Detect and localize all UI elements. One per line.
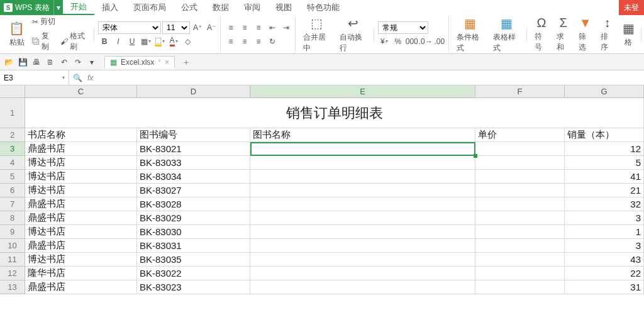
header-bookid[interactable]: 图书编号 [137,128,250,142]
fx-icon[interactable]: fx [87,74,93,82]
menu-tab-0[interactable]: 开始 [63,0,94,15]
fill-handle[interactable] [474,154,477,158]
row-header-3[interactable]: 3 [0,142,25,156]
menu-tab-1[interactable]: 插入 [94,0,126,15]
cell[interactable]: BK-83035 [137,253,250,267]
cell[interactable] [475,170,565,184]
cell[interactable]: 博达书店 [25,156,137,170]
row-header-4[interactable]: 4 [0,156,25,170]
merge-center-button[interactable]: ⬚合并居中 [299,14,335,55]
cell[interactable]: 3 [565,211,644,225]
cell[interactable]: 博达书店 [25,184,137,197]
cell[interactable] [475,156,565,170]
undo-icon[interactable]: ↶ [59,57,69,67]
name-box[interactable]: E3 ▾ [0,70,69,85]
cell[interactable]: 博达书店 [25,170,137,184]
bold-button[interactable]: B [98,35,111,48]
cell[interactable] [475,267,565,280]
align-top-button[interactable]: ≡ [225,21,237,34]
row-header-2[interactable]: 2 [0,128,25,142]
conditional-format-button[interactable]: ▦条件格式 [453,14,488,55]
align-left-button[interactable]: ≡ [225,35,237,48]
cell[interactable]: 鼎盛书店 [25,197,137,211]
select-all-corner[interactable] [0,86,25,97]
font-color-button[interactable]: A▾ [167,35,180,48]
save-icon[interactable]: 💾 [18,57,28,67]
italic-button[interactable]: I [112,35,125,48]
cell[interactable]: 3 [565,239,644,253]
login-badge[interactable]: 未登 [619,0,644,15]
menu-tab-7[interactable]: 特色功能 [299,0,347,15]
cell[interactable] [475,253,565,267]
cell[interactable]: 12 [565,142,644,156]
open-icon[interactable]: 📂 [4,57,14,67]
cell[interactable] [475,225,565,239]
row-header-5[interactable]: 5 [0,170,25,184]
format-button[interactable]: ▦格 [619,19,638,49]
row-header-13[interactable]: 13 [0,280,25,294]
cut-button[interactable]: ✂剪切 [30,15,91,28]
menu-tab-2[interactable]: 页面布局 [126,0,174,15]
cell[interactable] [250,142,475,156]
cell[interactable] [250,267,475,280]
cell[interactable] [250,211,475,225]
cell[interactable]: 5 [565,156,644,170]
close-tab-icon[interactable]: × [165,58,169,67]
indent-increase-button[interactable]: ⇥ [280,21,292,34]
cell[interactable] [250,184,475,197]
decrease-decimal-button[interactable]: .00 [433,35,446,48]
header-price[interactable]: 单价 [475,128,565,142]
cell[interactable] [250,170,475,184]
align-middle-button[interactable]: ≡ [238,21,251,34]
cell[interactable]: 1 [565,225,644,239]
row-header-6[interactable]: 6 [0,184,25,197]
col-header-e[interactable]: E [250,86,475,97]
menu-tab-3[interactable]: 公式 [174,0,205,15]
cell[interactable] [250,156,475,170]
print-icon[interactable]: 🖶 [31,57,42,67]
table-style-button[interactable]: ▦表格样式 [489,14,525,55]
redo-icon[interactable]: ↷ [73,57,83,67]
cell[interactable]: 博达书店 [25,253,137,267]
cell[interactable]: 41 [565,170,644,184]
cell[interactable]: 博达书店 [25,225,137,239]
cell[interactable]: BK-83034 [137,170,250,184]
fill-color-button[interactable]: ⬚▾ [153,35,166,48]
menu-tab-6[interactable]: 视图 [268,0,299,15]
orientation-button[interactable]: ↻ [266,35,279,48]
menu-tab-4[interactable]: 数据 [205,0,236,15]
cell[interactable]: 21 [565,184,644,197]
sum-button[interactable]: Σ求和 [553,14,574,54]
cell[interactable]: 鼎盛书店 [25,142,137,156]
menu-tab-5[interactable]: 审阅 [236,0,268,15]
row-header-9[interactable]: 9 [0,225,25,239]
wrap-text-button[interactable]: ↩自动换行 [336,14,371,55]
header-bookname[interactable]: 图书名称 [250,128,475,142]
cell[interactable]: 22 [565,267,644,280]
align-bottom-button[interactable]: ≡ [252,21,265,34]
cell[interactable] [250,239,475,253]
cell[interactable] [475,280,565,294]
increase-font-button[interactable]: A⁺ [191,21,204,34]
underline-button[interactable]: U [126,35,138,48]
symbol-button[interactable]: Ω符号 [531,14,552,54]
copy-button[interactable]: ⿻复制 [30,30,57,53]
col-header-f[interactable]: F [475,86,565,97]
file-tab[interactable]: ▦ Excel.xlsx * × [104,56,175,68]
cell[interactable]: BK-83022 [137,267,250,280]
row-header-12[interactable]: 12 [0,267,25,280]
cell[interactable]: BK-83029 [137,211,250,225]
cell[interactable]: BK-83031 [137,239,250,253]
new-tab-button[interactable]: + [184,57,189,67]
cell[interactable] [475,184,565,197]
col-header-d[interactable]: D [137,86,250,97]
qat-dropdown-icon[interactable]: ▾ [87,57,97,67]
cell[interactable]: 鼎盛书店 [25,211,137,225]
formula-input[interactable] [98,73,640,82]
row-header-8[interactable]: 8 [0,211,25,225]
clear-format-button[interactable]: ◇ [181,35,194,48]
cell[interactable]: 32 [565,197,644,211]
col-header-g[interactable]: G [565,86,644,97]
row-header-10[interactable]: 10 [0,239,25,253]
paste-button[interactable]: 📋 粘贴 [5,19,28,49]
